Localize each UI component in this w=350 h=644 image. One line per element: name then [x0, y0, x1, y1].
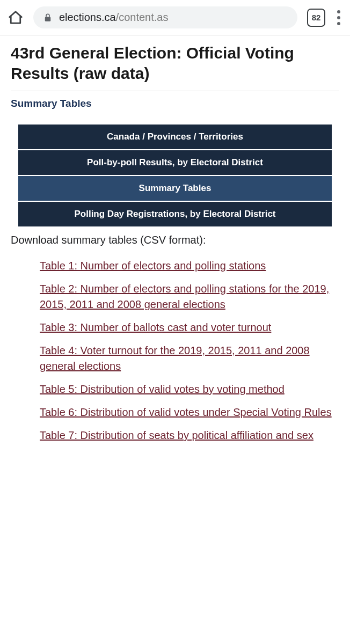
table-link-7[interactable]: Table 7: Distribution of seats by politi… [40, 429, 313, 441]
lock-icon [43, 13, 53, 23]
table-link-3[interactable]: Table 3: Number of ballots cast and vote… [40, 321, 271, 333]
list-item: Table 4: Voter turnout for the 2019, 201… [40, 343, 339, 374]
list-item: Table 1: Number of electors and polling … [40, 258, 339, 274]
tabs-count-button[interactable]: 82 [307, 9, 325, 27]
home-icon[interactable] [8, 10, 24, 26]
nav-item-label: Canada / Provinces / Territories [107, 131, 243, 142]
nav-item-poll-by-poll[interactable]: Poll-by-poll Results, by Electoral Distr… [18, 150, 332, 176]
page-subheading: Summary Tables [11, 98, 339, 109]
table-link-6[interactable]: Table 6: Distribution of valid votes und… [40, 406, 332, 418]
table-link-5[interactable]: Table 5: Distribution of valid votes by … [40, 383, 285, 395]
list-item: Table 3: Number of ballots cast and vote… [40, 320, 339, 335]
url-bar[interactable]: elections.ca/content.as [33, 6, 297, 28]
nav-item-label: Polling Day Registrations, by Electoral … [74, 209, 275, 219]
list-item: Table 5: Distribution of valid votes by … [40, 382, 339, 397]
table-link-4[interactable]: Table 4: Voter turnout for the 2019, 201… [40, 345, 310, 372]
tabs-count: 82 [312, 13, 321, 22]
svg-rect-0 [45, 17, 51, 21]
table-links-list: Table 1: Number of electors and polling … [11, 258, 339, 443]
list-item: Table 6: Distribution of valid votes und… [40, 405, 339, 420]
url-text: elections.ca/content.as [59, 11, 168, 24]
nav-item-canada[interactable]: Canada / Provinces / Territories [18, 125, 332, 150]
nav-item-label: Poll-by-poll Results, by Electoral Distr… [87, 157, 263, 167]
nav-item-label: Summary Tables [139, 183, 212, 193]
url-domain: elections.ca [59, 11, 116, 23]
table-link-1[interactable]: Table 1: Number of electors and polling … [40, 260, 266, 272]
page-title: 43rd General Election: Official Voting R… [11, 43, 339, 83]
nav-table: Canada / Provinces / Territories Poll-by… [18, 125, 332, 226]
table-link-2[interactable]: Table 2: Number of electors and polling … [40, 283, 329, 310]
nav-item-summary-tables[interactable]: Summary Tables [18, 176, 332, 202]
menu-icon[interactable] [335, 8, 342, 27]
download-intro: Download summary tables (CSV format): [11, 234, 339, 246]
page-content: 43rd General Election: Official Voting R… [0, 35, 350, 462]
nav-item-polling-day[interactable]: Polling Day Registrations, by Electoral … [18, 202, 332, 226]
url-path: /content.as [116, 11, 169, 23]
list-item: Table 2: Number of electors and polling … [40, 281, 339, 312]
list-item: Table 7: Distribution of seats by politi… [40, 428, 339, 443]
divider [11, 91, 339, 91]
browser-toolbar: elections.ca/content.as 82 [0, 0, 350, 35]
